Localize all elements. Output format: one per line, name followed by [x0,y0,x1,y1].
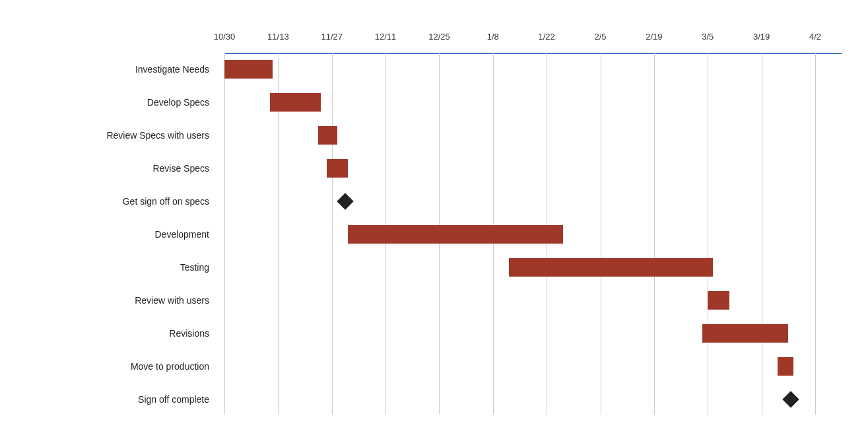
gantt-bar-2 [318,126,337,145]
diamond-milestone-4 [337,193,353,209]
task-row-6: Testing [13,251,842,284]
task-row-9: Move to production [13,350,842,383]
task-row-5: Development [13,218,842,251]
gantt-bar-1 [270,93,321,112]
task-row-2: Review Specs with users [13,119,842,152]
date-label-3: 12/11 [375,32,397,42]
task-label-7: Review with users [13,295,221,306]
task-label-5: Development [13,229,221,240]
task-row-0: Investigate Needs [13,53,842,86]
gantt-bar-5 [348,225,562,244]
date-label-4: 12/25 [428,32,450,42]
task-label-1: Develop Specs [13,97,221,108]
task-row-1: Develop Specs [13,86,842,119]
task-label-9: Move to production [13,361,221,372]
date-label-1: 11/13 [267,32,289,42]
task-label-6: Testing [13,262,221,273]
gantt-bar-8 [702,324,788,343]
date-label-10: 3/19 [753,32,770,42]
timeline-header: 10/3011/1311/2712/1112/251/81/222/52/193… [224,26,842,53]
task-row-8: Revisions [13,317,842,350]
date-label-7: 2/5 [594,32,606,42]
task-label-4: Get sign off on specs [13,196,221,207]
gantt-bar-3 [327,159,349,178]
gantt-bar-7 [708,291,729,310]
gantt-bar-6 [509,258,713,277]
task-label-2: Review Specs with users [13,130,221,141]
task-label-3: Revise Specs [13,163,221,174]
date-label-8: 2/19 [646,32,662,42]
chart-container: 10/3011/1311/2712/1112/251/81/222/52/193… [0,0,868,441]
date-label-0: 10/30 [214,32,236,42]
task-label-0: Investigate Needs [13,64,221,75]
date-label-9: 3/5 [702,32,714,42]
date-label-11: 4/2 [809,32,821,42]
task-row-7: Review with users [13,284,842,317]
date-label-6: 1/22 [539,32,555,42]
task-row-3: Revise Specs [13,152,842,185]
gantt-bar-0 [224,60,273,79]
task-row-4: Get sign off on specs [13,185,842,218]
chart-inner: 10/3011/1311/2712/1112/251/81/222/52/193… [13,26,842,415]
gantt-bar-9 [778,357,793,376]
task-label-8: Revisions [13,328,221,339]
task-row-10: Sign off complete [13,383,842,416]
diamond-milestone-10 [783,391,799,407]
task-label-10: Sign off complete [13,394,221,405]
date-label-5: 1/8 [487,32,499,42]
date-label-2: 11/27 [321,32,343,42]
